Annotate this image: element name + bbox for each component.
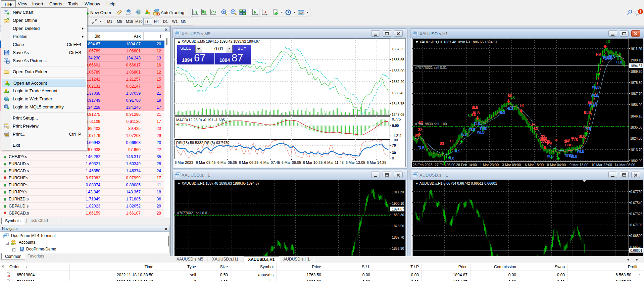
chart-tab-3[interactable]: AUDUSD.s,H1 [279,256,314,263]
buy-price[interactable]: 189487 [214,53,251,64]
auto-scroll-button[interactable] [260,8,269,16]
mql5-profile-icon[interactable] [143,8,152,16]
tab-common[interactable]: Common [1,253,25,260]
window-minimize-button[interactable] [371,30,380,37]
tab-favorites[interactable]: Favorites [24,253,47,260]
chart-canvas-xauusd-m5[interactable]: 1857.351855.651853.901852.201850.451848.… [174,38,406,167]
zoom-in-button[interactable] [220,8,229,16]
dropdown-caret[interactable] [99,21,101,22]
menu-help[interactable]: Help [103,0,119,7]
crosshair-tool-icon[interactable] [90,17,99,26]
terminal-column-profit[interactable]: Profit [628,263,637,271]
menu-item-save-as[interactable]: Save AsCtrl+S [1,49,87,57]
terminal-column-tp[interactable]: T / P [410,263,419,271]
menu-item-close[interactable]: CloseCtrl+F4 [1,41,87,49]
terminal-column-order[interactable]: Order/ [9,263,20,271]
menu-item-login-to-trade-account[interactable]: Login to Trade Account [1,87,87,95]
menu-item-new-chart[interactable]: New Chart [1,8,87,16]
market-watch-close-icon[interactable]: × [164,27,168,32]
menu-item-open-data-folder[interactable]: Open Data Folder [1,68,87,76]
menu-item-login-to-mql5-community[interactable]: SLogin to MQL5.community [1,103,87,111]
terminal-column-price[interactable]: Price [458,263,467,271]
terminal-column-commission[interactable]: Commission [494,263,516,271]
timeframe-w1[interactable]: W1 [170,18,179,25]
periods-button[interactable] [284,8,293,16]
menu-item-exit[interactable]: Exit [1,141,87,149]
search-icon[interactable] [626,8,634,16]
window-close-button[interactable] [394,30,403,37]
window-minimize-button[interactable] [608,30,617,37]
market-watch-row[interactable]: EURAUD.s1.603211.6034928 [0,160,164,168]
window-restore-button[interactable] [383,30,391,37]
candlestick-chart-button[interactable] [200,8,208,16]
menu-item-login-to-web-trader[interactable]: Login to Web Trader [1,95,87,103]
tree-expander-minus-icon[interactable] [6,241,9,244]
window-titlebar[interactable]: XAUUSD.s,H1 [410,29,644,38]
window-close-button[interactable] [631,30,640,37]
volume-down-button[interactable] [196,45,202,53]
menu-item-profiles[interactable]: Profiles [1,33,87,41]
order-row[interactable]: 704198302023.03.10 16:00:13sell1.00xauus… [5,278,644,281]
timeframe-m5[interactable]: M5 [115,18,124,25]
window-titlebar[interactable]: AUDUSD.s,H1 [410,170,644,180]
window-titlebar[interactable]: XAUUSD.s,M5 [172,29,407,38]
navigator-close-icon[interactable]: × [164,226,168,232]
column-header-![interactable]: ! [145,32,161,40]
window-restore-button[interactable] [620,30,629,37]
menu-item-open-deleted[interactable]: Open Deleted [1,25,87,33]
chart-tab-1[interactable]: XAUUSD.s,H1 [208,256,242,263]
market-watch-row[interactable]: GBPAUD.s1.820231.8205229 [0,203,164,210]
terminal-column-time[interactable]: Time [145,263,153,271]
window-minimize-button[interactable] [371,172,380,178]
tab-tick-chart[interactable]: Tick Chart [27,218,51,224]
indicators-button[interactable] [271,8,280,16]
menu-insert[interactable]: Insert [29,0,47,7]
terminal-column-size[interactable]: Size [220,263,228,271]
window-minimize-button[interactable] [608,172,617,178]
market-watch-row[interactable]: EURGBP.s0.880740.8808511 [0,182,164,189]
terminal-column-swap[interactable]: Swap [555,263,565,271]
menu-item-open-an-account[interactable]: Open an Account [2,79,86,87]
navigator-item-accounts[interactable]: Accounts [0,239,169,246]
menu-item-print-preview[interactable]: Print Preview [1,122,87,130]
timeframe-d1[interactable]: D1 [161,18,170,25]
volume-up-button[interactable] [226,45,232,53]
autotrading-status-icon[interactable] [152,8,161,16]
column-header-ask[interactable]: Ask [104,32,141,40]
chart-shift-button[interactable] [251,8,259,16]
timeframe-mn[interactable]: MN [179,18,188,25]
terminal-column-type[interactable]: Type [187,263,196,271]
navigator-scrollbar[interactable] [168,236,169,246]
chart-tab-2[interactable]: XAUUSD.s,H1 [244,256,279,263]
window-restore-button[interactable] [620,172,629,178]
chart-canvas-xauusd-h1-top[interactable]: 1911.201900.101889.301878.501867.701856.… [412,38,643,167]
navigator-item-dooprime-demo[interactable]: DooPrime-Demo [0,246,169,253]
tile-windows-button[interactable] [238,8,247,16]
menu-tools[interactable]: Tools [64,0,82,7]
menu-item-save-as-picture-[interactable]: Save As Picture... [1,57,87,65]
timeframe-h1[interactable]: H1 [143,18,152,25]
timeframe-h4[interactable]: H4 [152,18,161,25]
sell-button[interactable]: SELL [177,45,194,52]
menu-item-open-offline[interactable]: Open Offline [1,16,87,25]
tab-scroll-arrows[interactable]: ◄ ► [627,258,641,261]
window-restore-button[interactable] [383,172,391,178]
new-order-button[interactable]: New Order [90,10,111,15]
bar-chart-button[interactable] [191,8,199,16]
timeframe-m15[interactable]: M15 [125,18,135,25]
virtual-hosting-icon[interactable] [124,8,133,16]
templates-button[interactable] [297,8,305,16]
terminal-column-price[interactable]: Price [312,263,321,271]
dropdown-caret[interactable] [294,12,296,13]
tab-symbols[interactable]: Symbols [1,218,24,224]
tree-expander-plus-icon[interactable] [12,248,15,251]
zoom-out-button[interactable] [229,8,238,16]
terminal-column-symbol[interactable]: Symbol [260,263,274,271]
menu-item-print-setup-[interactable]: Print Setup... [1,114,87,122]
line-chart-button[interactable] [209,8,217,16]
signals-icon[interactable] [134,8,143,16]
market-watch-row[interactable]: EURNZD.s1.718491.7188536 [0,196,164,203]
dropdown-caret[interactable] [306,12,308,13]
menu-file[interactable]: File [1,0,16,7]
market-watch-row[interactable]: CHFJPY.s146.282146.31735 [0,153,164,160]
